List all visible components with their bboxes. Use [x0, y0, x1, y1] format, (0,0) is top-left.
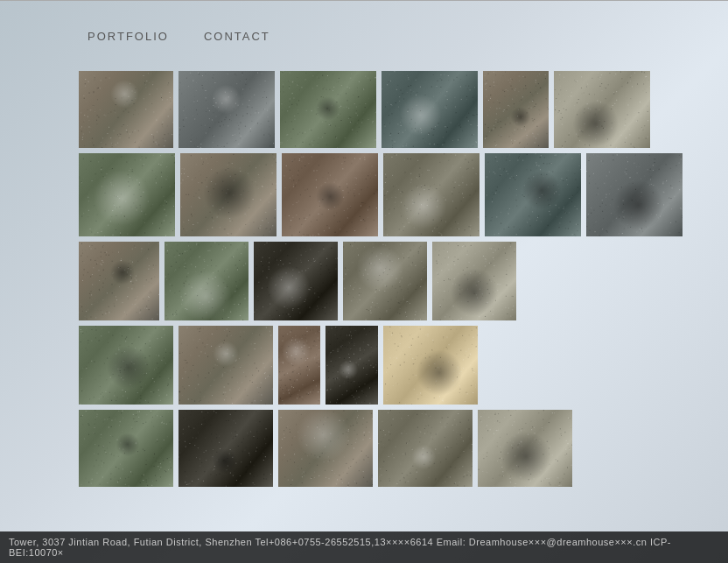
- thumbnail-t5_3[interactable]: [278, 410, 373, 487]
- thumbnail-t3_4[interactable]: [343, 242, 427, 320]
- thumbnail-t1_3[interactable]: [280, 71, 376, 148]
- gallery-row-3: [79, 242, 649, 320]
- thumbnail-t1_6[interactable]: [554, 71, 650, 148]
- thumbnail-t4_4[interactable]: [326, 326, 378, 405]
- nav-contact[interactable]: CONTACT: [204, 30, 270, 43]
- thumbnail-t4_3[interactable]: [278, 326, 320, 405]
- thumbnail-t3_1[interactable]: [79, 242, 159, 320]
- thumbnail-t1_1[interactable]: [79, 71, 173, 148]
- thumbnail-t2_4[interactable]: [383, 153, 480, 236]
- thumbnail-t3_5[interactable]: [432, 242, 516, 320]
- gallery-row-4: [79, 326, 649, 405]
- thumbnail-t4_1[interactable]: [79, 326, 173, 405]
- footer: Tower, 3037 Jintian Road, Futian Distric…: [0, 531, 728, 563]
- thumbnail-t2_6[interactable]: [586, 153, 682, 236]
- thumbnail-t5_5[interactable]: [478, 410, 572, 487]
- thumbnail-t2_5[interactable]: [485, 153, 581, 236]
- thumbnail-t5_4[interactable]: [378, 410, 472, 487]
- thumbnail-t3_2[interactable]: [164, 242, 248, 320]
- thumbnail-t1_4[interactable]: [382, 71, 478, 148]
- gallery-row-5: [79, 410, 649, 487]
- photo-gallery: [0, 71, 728, 504]
- thumbnail-t1_2[interactable]: [178, 71, 275, 148]
- thumbnail-t4_2[interactable]: [178, 326, 273, 405]
- nav-portfolio[interactable]: PORTFOLIO: [88, 30, 169, 43]
- gallery-row-1: [79, 71, 649, 148]
- thumbnail-t1_5[interactable]: [483, 71, 549, 148]
- thumbnail-t5_2[interactable]: [178, 410, 273, 487]
- thumbnail-t4_5[interactable]: [383, 326, 478, 405]
- thumbnail-t5_1[interactable]: [79, 410, 173, 487]
- thumbnail-t3_3[interactable]: [254, 242, 338, 320]
- gallery-row-2: [79, 153, 649, 236]
- thumbnail-t2_3[interactable]: [282, 153, 378, 236]
- thumbnail-t2_1[interactable]: [79, 153, 175, 236]
- footer-text: Tower, 3037 Jintian Road, Futian Distric…: [9, 537, 671, 558]
- navigation: PORTFOLIO CONTACT: [0, 1, 728, 71]
- thumbnail-t2_2[interactable]: [180, 153, 276, 236]
